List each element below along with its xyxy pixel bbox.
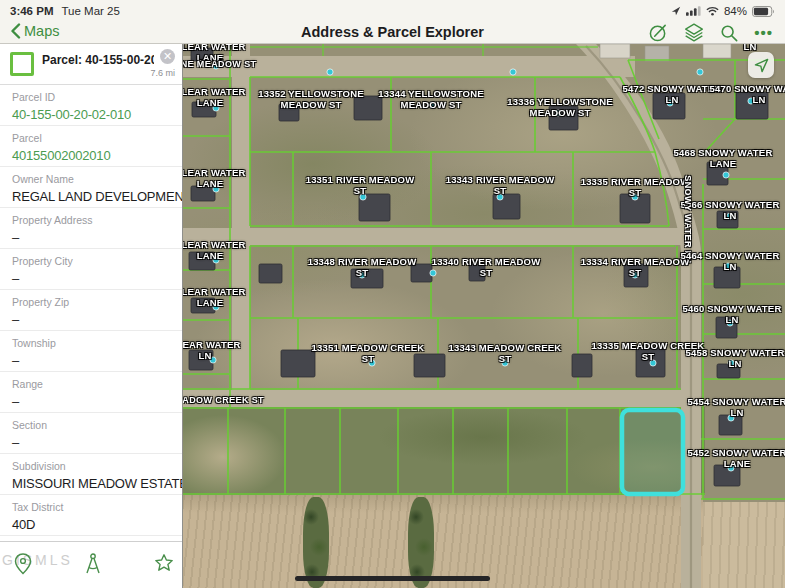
- field-label: Property City: [12, 255, 170, 267]
- field-label: Township: [12, 337, 170, 349]
- field-value: REGAL LAND DEVELOPMENT ND LLC: [12, 189, 170, 204]
- locate-button[interactable]: [748, 52, 774, 78]
- panel-toolbar: GISMLS: [0, 541, 182, 588]
- parcel-color-swatch: [10, 52, 34, 76]
- watermark: GISMLS: [2, 552, 73, 568]
- wifi-icon: [706, 6, 719, 16]
- battery-percent: 84%: [724, 5, 747, 17]
- field-label: Owner Name: [12, 173, 170, 185]
- layers-icon[interactable]: [684, 23, 704, 42]
- status-date: Tue Mar 25: [61, 5, 119, 17]
- field-parcel-id: Parcel ID40-155-00-20-02-010: [0, 85, 182, 126]
- distance-label: 7.6 mi: [150, 68, 175, 78]
- field-value: –: [12, 435, 170, 450]
- map-pin-icon[interactable]: [14, 553, 32, 575]
- favorite-star-icon[interactable]: [154, 553, 174, 573]
- field-value: –: [12, 230, 170, 245]
- field-label: Tax District: [12, 501, 170, 513]
- search-icon[interactable]: [720, 24, 738, 42]
- field-township: Township–: [0, 331, 182, 372]
- panel-header: Parcel: 40-155-00-20-0… ✕ 7.6 mi: [0, 44, 182, 85]
- clock: 3:46 PM: [10, 5, 53, 17]
- field-value: –: [12, 271, 170, 286]
- panel-title: Parcel: 40-155-00-20-0…: [42, 53, 154, 67]
- field-subdivision: SubdivisionMISSOURI MEADOW ESTATES: [0, 454, 182, 495]
- nav-bar: Maps Address & Parcel Explorer •••: [0, 22, 785, 44]
- field-property-city: Property City–: [0, 249, 182, 290]
- field-property-address: Property Address–: [0, 208, 182, 249]
- field-property-zip: Property Zip–: [0, 290, 182, 331]
- status-bar: 3:46 PM Tue Mar 25 84%: [0, 0, 785, 22]
- field-value: 40D: [12, 517, 170, 532]
- location-services-icon: [671, 6, 681, 16]
- map-canvas[interactable]: CLEAR WATER LANELNTONE MEADOW STCLEAR WA…: [183, 44, 785, 588]
- cellular-signal-icon: [686, 6, 701, 16]
- field-value: MISSOURI MEADOW ESTATES: [12, 476, 170, 491]
- field-owner-name: Owner NameREGAL LAND DEVELOPMENT ND LLC: [0, 167, 182, 208]
- home-indicator[interactable]: [295, 576, 490, 581]
- parcel-info-panel: Parcel: 40-155-00-20-0… ✕ 7.6 mi Parcel …: [0, 44, 183, 588]
- field-range: Range–: [0, 372, 182, 413]
- measure-compass-icon[interactable]: [84, 553, 102, 575]
- field-label: Property Zip: [12, 296, 170, 308]
- field-label: Range: [12, 378, 170, 390]
- selected-parcel-highlight[interactable]: [622, 410, 683, 494]
- more-options-icon[interactable]: •••: [754, 28, 773, 38]
- field-tax-district: Tax District40D: [0, 495, 182, 536]
- field-value: –: [12, 312, 170, 327]
- close-icon[interactable]: ✕: [160, 49, 175, 64]
- field-parcel: Parcel40155002002010: [0, 126, 182, 167]
- parcel-fields: Parcel ID40-155-00-20-02-010Parcel401550…: [0, 85, 182, 541]
- field-label: Parcel ID: [12, 91, 170, 103]
- draw-tool-icon[interactable]: [649, 23, 668, 42]
- field-value: –: [12, 394, 170, 409]
- battery-icon: [752, 6, 775, 17]
- field-value: 40155002002010: [12, 148, 170, 163]
- field-label: Subdivision: [12, 460, 170, 472]
- map-overlay: [183, 44, 785, 588]
- field-label: Property Address: [12, 214, 170, 226]
- field-label: Parcel: [12, 132, 170, 144]
- roads-layer: [183, 44, 701, 588]
- navigation-arrow-icon: [754, 58, 769, 73]
- field-value: 40-155-00-20-02-010: [12, 107, 170, 122]
- field-label: Section: [12, 419, 170, 431]
- field-value: –: [12, 353, 170, 368]
- field-section: Section–: [0, 413, 182, 454]
- address-parcel-explorer-app: 3:46 PM Tue Mar 25 84% M: [0, 0, 785, 588]
